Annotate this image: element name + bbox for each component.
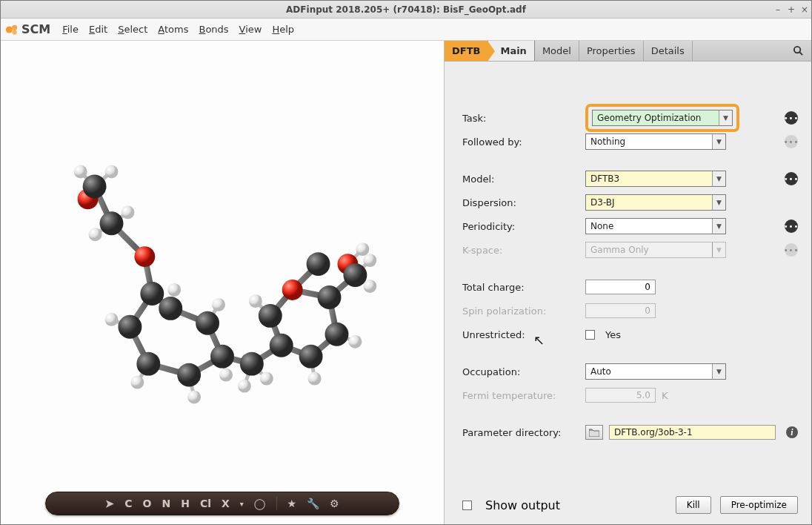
tab-details[interactable]: Details [644, 41, 693, 61]
svg-point-66 [105, 313, 119, 326]
periodicity-more-icon[interactable]: ••• [785, 219, 798, 233]
svg-point-65 [89, 228, 102, 241]
svg-point-55 [282, 280, 303, 300]
fermi-unit: K [662, 390, 668, 401]
close-button[interactable]: × [798, 4, 811, 15]
pointer-tool-icon[interactable]: ➤ [105, 498, 114, 509]
svg-line-81 [799, 52, 802, 55]
chevron-down-icon[interactable]: ▼ [719, 110, 732, 125]
menu-help[interactable]: Help [267, 21, 299, 38]
svg-point-67 [130, 376, 144, 389]
svg-point-73 [308, 372, 322, 386]
svg-point-64 [121, 205, 134, 219]
menu-select[interactable]: Select [113, 21, 152, 38]
svg-point-74 [348, 335, 362, 349]
row-followed-by: Followed by: Nothing ▼ ••• [462, 130, 798, 153]
ring-tool-icon[interactable]: ◯ [254, 498, 266, 509]
chevron-down-icon[interactable]: ▼ [712, 134, 725, 149]
el-c[interactable]: C [124, 498, 132, 509]
title-bar: ADFinput 2018.205+ (r70418): BisF_GeoOpt… [1, 1, 811, 19]
tab-properties[interactable]: Properties [579, 41, 644, 61]
gear-tool-icon[interactable]: ⚙ [330, 498, 339, 509]
svg-point-48 [177, 363, 201, 387]
row-kspace: K-space: Gamma Only ▼ ••• [462, 238, 798, 262]
param-dir-input[interactable]: DFTB.org/3ob-3-1 [609, 425, 776, 440]
chevron-down-icon[interactable]: ▼ [712, 364, 725, 379]
el-n[interactable]: N [162, 498, 171, 509]
scm-logo[interactable]: SCM [5, 22, 50, 36]
show-output-checkbox[interactable] [462, 501, 472, 510]
svg-point-61 [343, 263, 367, 287]
unrestricted-checkbox[interactable] [585, 330, 595, 340]
followedby-more-icon: ••• [785, 135, 798, 148]
wrench-tool-icon[interactable]: 🔧 [307, 498, 319, 509]
svg-point-1 [12, 24, 17, 30]
window-title: ADFinput 2018.205+ (r70418): BisF_GeoOpt… [41, 4, 771, 15]
minimize-button[interactable]: – [771, 4, 785, 15]
svg-point-0 [6, 26, 13, 33]
total-charge-input[interactable] [585, 280, 656, 294]
row-spin: Spin polarization: [462, 299, 798, 323]
model-select[interactable]: DFTB3 ▼ [585, 171, 726, 187]
svg-point-70 [238, 380, 251, 393]
el-x[interactable]: X [222, 498, 230, 509]
model-more-icon[interactable]: ••• [785, 172, 798, 185]
svg-point-43 [100, 211, 124, 235]
tab-main[interactable]: Main [488, 41, 534, 61]
search-icon[interactable] [785, 41, 811, 61]
preopt-button[interactable]: Pre-optimize [720, 496, 798, 514]
folder-icon[interactable] [585, 425, 603, 440]
row-total-charge: Total charge: [462, 275, 798, 299]
chevron-down-icon[interactable]: ▼ [712, 195, 725, 210]
periodicity-select[interactable]: None ▼ [585, 218, 726, 234]
svg-point-50 [196, 311, 219, 335]
chevron-down-icon[interactable]: ▾ [240, 500, 244, 508]
menu-view[interactable]: View [235, 21, 267, 38]
svg-point-54 [259, 304, 282, 328]
el-cl[interactable]: Cl [200, 498, 211, 509]
svg-point-52 [240, 352, 264, 376]
svg-point-51 [159, 297, 182, 320]
kspace-select: Gamma Only ▼ [585, 242, 726, 258]
chevron-down-icon[interactable]: ▼ [712, 219, 725, 234]
svg-point-80 [793, 47, 799, 53]
svg-point-75 [363, 280, 376, 293]
menu-bonds[interactable]: Bonds [194, 21, 233, 38]
el-h[interactable]: H [181, 498, 190, 509]
svg-point-62 [74, 165, 87, 179]
chevron-down-icon[interactable]: ▼ [712, 171, 725, 186]
svg-point-46 [118, 315, 142, 339]
show-output-label: Show output [485, 498, 560, 512]
bottom-bar: Show output Kill Pre-optimize [445, 490, 811, 524]
task-more-icon[interactable]: ••• [785, 111, 798, 125]
row-dispersion: Dispersion: D3-BJ ▼ [462, 191, 798, 214]
task-highlight: Geometry Optimization ▼ [585, 104, 739, 132]
menu-file[interactable]: File [58, 21, 83, 38]
row-fermi: Fermi temperature: K [462, 383, 798, 407]
svg-point-60 [299, 345, 323, 369]
kspace-more-icon: ••• [785, 243, 798, 257]
dispersion-select[interactable]: D3-BJ ▼ [585, 194, 726, 211]
occupation-select[interactable]: Auto ▼ [585, 363, 726, 380]
followed-by-select[interactable]: Nothing ▼ [585, 133, 726, 150]
svg-point-69 [212, 298, 225, 311]
svg-point-72 [249, 294, 262, 308]
tab-model[interactable]: Model [535, 41, 579, 61]
molecule-viewport[interactable]: ➤ C O N H Cl X ▾ ◯ ★ 🔧 ⚙ [1, 41, 445, 524]
el-o[interactable]: O [143, 498, 152, 509]
svg-point-59 [325, 323, 349, 346]
svg-point-56 [307, 252, 330, 276]
task-select[interactable]: Geometry Optimization ▼ [592, 110, 733, 126]
menu-edit[interactable]: Edit [84, 21, 112, 38]
tab-engine[interactable]: DFTB [445, 41, 488, 61]
molecule-render [1, 41, 444, 524]
star-tool-icon[interactable]: ★ [287, 498, 297, 509]
element-toolbar: ➤ C O N H Cl X ▾ ◯ ★ 🔧 ⚙ [45, 492, 399, 515]
svg-point-58 [318, 285, 342, 309]
info-icon[interactable]: i [786, 426, 798, 438]
menu-atoms[interactable]: Atoms [153, 21, 193, 38]
svg-point-76 [363, 254, 376, 267]
maximize-button[interactable]: + [785, 4, 798, 15]
kill-button[interactable]: Kill [676, 496, 711, 514]
row-param-dir: Parameter directory: DFTB.org/3ob-3-1 i [462, 420, 798, 444]
